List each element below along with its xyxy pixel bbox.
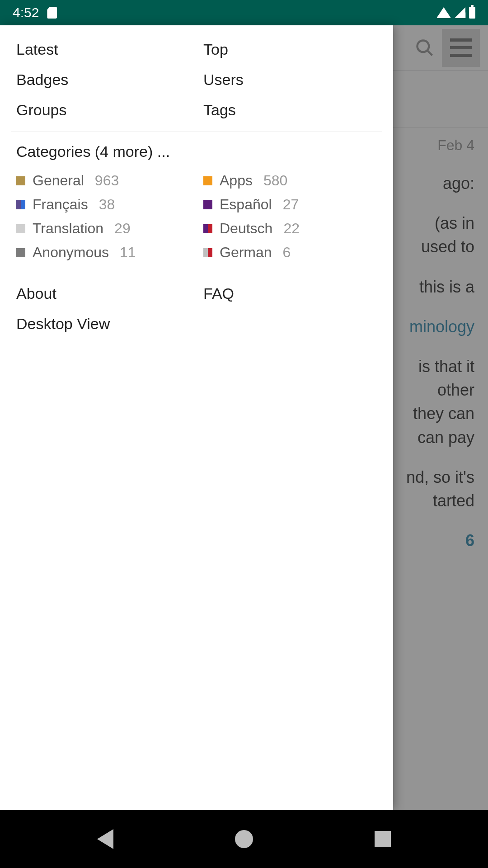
category-count: 29	[114, 220, 131, 237]
category-name: German	[220, 244, 272, 261]
cellular-signal-icon	[455, 7, 465, 18]
category-count: 580	[263, 172, 287, 189]
category-name: Anonymous	[33, 244, 109, 261]
category-count: 11	[120, 244, 136, 261]
system-nav-bar	[0, 810, 488, 868]
nav-desktop-view[interactable]: Desktop View	[11, 309, 195, 339]
status-bar: 4:52	[0, 0, 488, 25]
category-name: General	[33, 172, 84, 189]
nav-faq[interactable]: FAQ	[198, 278, 382, 309]
category-translation[interactable]: Translation29	[11, 217, 195, 241]
nav-tags[interactable]: Tags	[198, 95, 382, 125]
nav-users[interactable]: Users	[198, 65, 382, 95]
status-right	[436, 7, 475, 19]
nav-latest[interactable]: Latest	[11, 34, 195, 65]
category-swatch-icon	[16, 176, 25, 185]
category-swatch-icon	[203, 176, 212, 185]
recent-apps-button-icon[interactable]	[375, 831, 391, 847]
nav-about[interactable]: About	[11, 278, 195, 309]
category-name: Deutsch	[220, 220, 272, 237]
battery-icon	[469, 7, 475, 19]
category-anonymous[interactable]: Anonymous11	[11, 241, 195, 264]
category-german[interactable]: German6	[198, 241, 382, 264]
category-swatch-icon	[203, 224, 212, 233]
category-français[interactable]: Français38	[11, 193, 195, 217]
category-count: 963	[95, 172, 119, 189]
category-swatch-icon	[16, 200, 25, 209]
divider	[11, 132, 382, 132]
category-count: 27	[283, 196, 299, 213]
nav-groups[interactable]: Groups	[11, 95, 195, 125]
category-name: Français	[33, 196, 88, 213]
category-count: 38	[99, 196, 115, 213]
divider	[11, 271, 382, 271]
category-swatch-icon	[203, 248, 212, 257]
category-apps[interactable]: Apps580	[198, 169, 382, 193]
navigation-drawer: Latest Top Badges Users Groups Tags Cate…	[0, 25, 393, 810]
back-button-icon[interactable]	[97, 829, 113, 849]
category-español[interactable]: Español27	[198, 193, 382, 217]
category-deutsch[interactable]: Deutsch22	[198, 217, 382, 241]
category-swatch-icon	[16, 224, 25, 233]
category-name: Translation	[33, 220, 103, 237]
category-general[interactable]: General963	[11, 169, 195, 193]
category-count: 22	[283, 220, 300, 237]
home-button-icon[interactable]	[235, 830, 253, 848]
content-area: , etc Feb 4 ago: (as inused to this is a…	[0, 25, 488, 810]
categories-header[interactable]: Categories (4 more) ...	[11, 139, 382, 169]
category-name: Español	[220, 196, 272, 213]
nav-badges[interactable]: Badges	[11, 65, 195, 95]
status-left: 4:52	[13, 5, 57, 20]
category-count: 6	[283, 244, 291, 261]
category-name: Apps	[220, 172, 253, 189]
category-swatch-icon	[16, 248, 25, 257]
nav-top[interactable]: Top	[198, 34, 382, 65]
sd-card-icon	[47, 7, 57, 19]
status-time: 4:52	[13, 5, 39, 20]
category-swatch-icon	[203, 200, 212, 209]
wifi-icon	[436, 7, 451, 18]
